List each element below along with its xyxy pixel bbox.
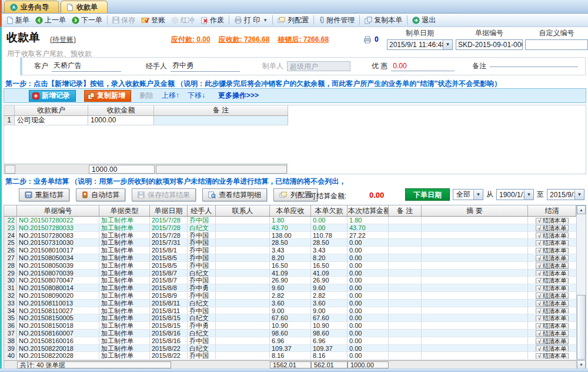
void-button[interactable]: 作废	[198, 14, 227, 26]
order-row[interactable]: 22 NO.201507280022 加工制作单 2015/7/28 乔中国 1…	[4, 217, 576, 224]
order-row[interactable]: 24 NO.201507280083 加工制作单 2015/7/28 乔中国 1…	[4, 232, 576, 240]
order-row[interactable]: 31 NO.201508080014 加工制作单 2015/8/8 乔中勇 9.…	[4, 284, 576, 292]
settle-bill-button[interactable]: √结清本单	[536, 353, 569, 360]
settle-bill-button[interactable]: √结清本单	[536, 278, 569, 284]
settle-bill-button[interactable]: √结清本单	[536, 300, 569, 307]
register-button[interactable]: 登账	[138, 14, 168, 26]
add-record-button[interactable]: 新增记录	[29, 90, 76, 102]
customer-input[interactable]: 天桥广告	[52, 61, 121, 72]
date-from-select[interactable]: 1900/1/1▼	[496, 189, 534, 200]
settle-bill-button[interactable]: √结清本单	[536, 232, 569, 239]
settle-bill-button[interactable]: √结清本单	[536, 346, 569, 352]
column-config-button[interactable]: 列配置	[275, 14, 312, 26]
order-row[interactable]: 37 NO.201508160007 加工制作单 2015/8/16 白纪文 9…	[4, 330, 576, 337]
move-up-link[interactable]: 上移↑	[162, 91, 179, 101]
settle-bill-button[interactable]: √结清本单	[536, 293, 569, 299]
settle-bill-button[interactable]: √结清本单	[536, 323, 569, 330]
chevron-down-icon[interactable]: ▼	[443, 40, 452, 49]
order-date-button[interactable]: 下单日期	[405, 188, 450, 201]
settle-bill-button[interactable]: √结清本单	[536, 315, 569, 322]
col-handler[interactable]: 经手人	[188, 205, 216, 217]
next-bill-button[interactable]: 下一单	[69, 14, 105, 26]
date-to-select[interactable]: 2015/9/1▼	[547, 189, 584, 200]
col-note[interactable]: 备 注	[389, 205, 422, 217]
order-row[interactable]: 32 NO.201508090020 加工制作单 2015/8/9 乔中国 2.…	[4, 292, 576, 300]
order-row[interactable]: 26 NO.201508010017 加工制作单 2015/8/1 乔中国 3.…	[4, 247, 576, 254]
col-contact[interactable]: 联系人	[216, 205, 270, 217]
settle-bill-button[interactable]: √结清本单	[536, 240, 569, 247]
save-settlement-button[interactable]: 保存结算结果	[132, 188, 196, 201]
printer-icon[interactable]	[363, 36, 372, 44]
col-receivable[interactable]: 本单应收	[270, 205, 311, 217]
col-summary[interactable]: 摘 要	[422, 205, 528, 217]
settle-bill-button[interactable]: √结清本单	[536, 225, 569, 231]
order-row[interactable]: 34 NO.201508110027 加工制作单 2015/8/11 乔中国 9…	[4, 307, 576, 315]
order-row[interactable]: 35 NO.201508150005 加工制作单 2015/8/15 白纪文 6…	[4, 314, 576, 322]
col-settle-amount[interactable]: 本次结算金额	[348, 205, 389, 217]
recalculate-button[interactable]: 重新结算	[19, 188, 69, 201]
settle-bill-button[interactable]: √结清本单	[536, 255, 569, 261]
order-row[interactable]: 29 NO.201508070039 加工制作单 2015/8/7 白纪文 41…	[4, 270, 576, 277]
copy-bill-button[interactable]: 复制本单	[362, 14, 405, 26]
red-reverse-button[interactable]: 红冲	[168, 14, 198, 26]
settle-bill-button[interactable]: √结清本单	[536, 263, 569, 269]
scrollbar-thumb[interactable]	[577, 295, 586, 360]
col-owed[interactable]: 本单欠款	[311, 205, 348, 217]
tab-business-wizard[interactable]: 业务向导	[4, 1, 59, 13]
note-cell[interactable]	[154, 116, 288, 125]
settle-bill-button[interactable]: √结清本单	[536, 330, 569, 337]
col-account[interactable]: 收款账户	[15, 105, 88, 116]
settle-bill-button[interactable]: √结清本单	[536, 270, 569, 277]
col-amount[interactable]: 收款金额	[88, 105, 154, 116]
settle-bill-button[interactable]: √结清本单	[536, 338, 569, 344]
col-settled[interactable]: 结清	[528, 205, 576, 217]
copy-add-button[interactable]: 复制新增	[84, 90, 131, 102]
order-row[interactable]: 28 NO.201508050039 加工制作单 2015/8/5 乔中国 16…	[4, 262, 576, 270]
more-actions-link[interactable]: 更多操作>>>	[218, 91, 259, 101]
scroll-down-arrow[interactable]: ▼	[577, 360, 586, 369]
col-bill-type[interactable]: 单据类型	[99, 205, 150, 217]
order-row[interactable]: 30 NO.201508070047 加工制作单 2015/8/7 乔中国 26…	[4, 277, 576, 284]
note-input[interactable]	[490, 66, 578, 67]
move-down-link[interactable]: 下移↓	[188, 91, 205, 101]
delete-record-link[interactable]: 删除	[139, 91, 153, 101]
col-note[interactable]: 备 注	[154, 105, 288, 116]
chevron-down-icon[interactable]: ▼	[473, 190, 483, 200]
scroll-up-arrow[interactable]: ▲	[577, 205, 586, 214]
order-row[interactable]: 38 NO.201508160016 加工制作单 2015/8/16 乔中国 6…	[4, 337, 576, 345]
vertical-scrollbar[interactable]: ▲ ▼	[576, 205, 586, 369]
order-row[interactable]: 33 NO.201508110013 加工制作单 2015/8/11 白纪文 3…	[4, 300, 576, 307]
discount-input[interactable]: 0.00	[391, 62, 455, 71]
account-row[interactable]: 1 公司现金 1000.00	[4, 116, 288, 125]
order-row[interactable]: 39 NO.201508220018 加工制作单 2015/8/22 白纪文 1…	[4, 345, 576, 353]
custom-no-input[interactable]	[525, 39, 588, 50]
amount-cell[interactable]: 1000.00	[88, 116, 154, 125]
attachment-manager-button[interactable]: 附件管理	[316, 14, 358, 26]
col-bill-no[interactable]: 单据编号	[17, 205, 99, 217]
new-bill-button[interactable]: 新单	[4, 14, 32, 26]
order-row[interactable]: 23 NO.201507280033 加工制作单 2015/7/28 白纪文 4…	[4, 224, 576, 232]
col-bill-date[interactable]: 单据日期	[150, 205, 188, 217]
bill-no-input[interactable]: SKD-2015-09-01-0001	[456, 39, 523, 50]
scope-select[interactable]: 全部▼	[453, 189, 483, 200]
exit-button[interactable]: 退出	[409, 14, 439, 26]
view-settlement-detail-button[interactable]: 查看结算明细	[202, 188, 267, 201]
handler-input[interactable]: 乔中勇	[171, 61, 240, 72]
settle-bill-button[interactable]: √结清本单	[536, 285, 569, 292]
tab-receipt-form[interactable]: 收款单	[61, 1, 108, 13]
order-row[interactable]: 25 NO.201507310030 加工制作单 2015/7/31 乔中国 2…	[4, 239, 576, 247]
order-row[interactable]: 27 NO.201508050034 加工制作单 2015/8/5 乔中国 8.…	[4, 254, 576, 262]
print-button[interactable]: 打 印▼	[231, 14, 270, 26]
account-cell[interactable]: 公司现金	[15, 116, 88, 125]
auto-settle-button[interactable]: 自动结算	[76, 188, 125, 201]
create-date-combo[interactable]: 2015/9/1 11:46:48 ▼	[387, 39, 453, 50]
order-row[interactable]: 40 NO.201508220028 加工制作单 2015/8/22 乔中国 8…	[4, 352, 576, 360]
settle-bill-button[interactable]: √结清本单	[536, 248, 569, 254]
save-button[interactable]: 保存	[109, 14, 138, 26]
settle-bill-button[interactable]: √结清本单	[536, 218, 569, 224]
chevron-down-icon[interactable]: ▼	[524, 190, 533, 200]
order-row[interactable]: 36 NO.201508150018 加工制作单 2015/8/15 乔中勇 1…	[4, 322, 576, 330]
chevron-down-icon[interactable]: ▼	[574, 190, 584, 200]
settle-bill-button[interactable]: √结清本单	[536, 308, 569, 314]
prev-bill-button[interactable]: 上一单	[32, 14, 69, 26]
